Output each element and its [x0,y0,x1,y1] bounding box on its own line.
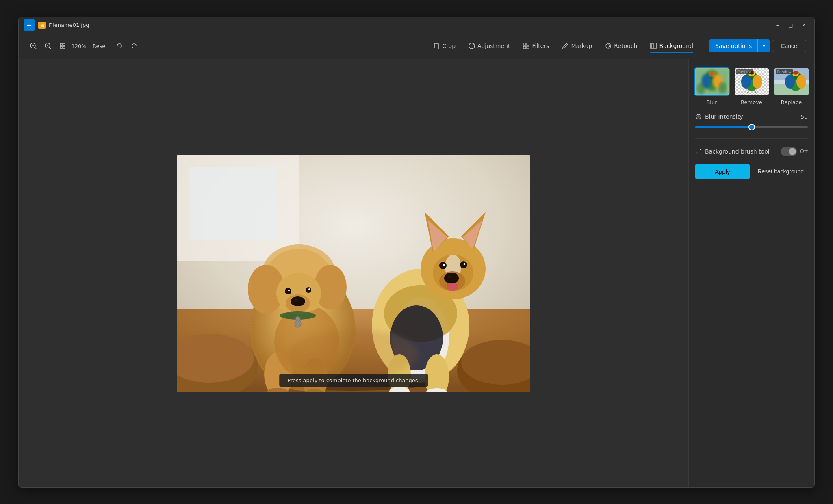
blur-intensity-section: Blur Intensity 50 [695,113,808,130]
reset-zoom-button[interactable]: Reset [89,41,111,51]
brush-tool-section: Background brush tool Off [695,147,808,156]
undo-button[interactable] [113,39,126,52]
filters-icon [523,43,529,49]
brush-label-row: Background brush tool [695,148,770,155]
fit-button[interactable] [56,39,69,52]
zoom-controls: 120% Reset [27,39,141,52]
right-panel: Blur Preview [688,59,814,487]
svg-line-3 [35,48,36,49]
retouch-icon [605,43,612,49]
remove-mode-card[interactable]: Preview [734,67,770,105]
svg-rect-20 [651,44,654,48]
tab-filters[interactable]: Filters [516,39,555,52]
image-container: Press apply to complete the background c… [177,155,530,392]
svg-point-105 [793,71,798,75]
dogs-image [177,155,530,392]
blur-title-row: Blur Intensity [695,113,743,120]
svg-rect-13 [527,43,529,45]
svg-point-81 [709,72,714,76]
blur-intensity-icon [695,113,702,120]
svg-rect-10 [63,46,65,48]
cancel-button[interactable]: Cancel [773,40,806,52]
app-window: ← 🖼 Filename01.jpg − □ × [18,17,815,488]
main-area: Press apply to complete the background c… [19,59,814,487]
svg-rect-14 [523,46,526,49]
tab-crop[interactable]: Crop [427,39,462,52]
svg-point-107 [796,75,806,89]
background-mode-cards: Blur Preview [695,67,808,105]
svg-point-17 [606,43,611,48]
svg-point-74 [464,263,466,265]
tab-markup[interactable]: Markup [555,39,599,52]
blur-thumbnail [694,67,730,96]
markup-icon [562,43,568,49]
svg-point-96 [753,75,762,89]
tool-group: Crop Adjustment Filters [427,39,700,52]
remove-label: Remove [741,99,762,105]
svg-point-72 [460,261,467,268]
toggle-switch[interactable] [781,147,797,156]
tab-adjustment[interactable]: Adjustment [462,39,516,52]
toolbar-right: Save options ▾ Cancel [709,39,806,52]
zoom-level-label: 120% [71,43,87,49]
tab-background[interactable]: Background [644,39,700,52]
remove-thumbnail: Preview [734,67,770,96]
replace-thumbnail: Preview [774,67,809,96]
svg-point-46 [306,287,311,293]
apply-button[interactable]: Apply [695,164,750,179]
action-buttons: Apply Reset background [695,164,808,179]
svg-point-85 [718,82,727,93]
zoom-out-button[interactable] [41,39,54,52]
svg-point-71 [439,262,447,269]
svg-line-16 [562,48,563,49]
svg-rect-12 [523,43,526,45]
tab-retouch[interactable]: Retouch [599,39,644,52]
back-button[interactable]: ← [24,19,35,31]
panel-divider [695,138,808,139]
blur-value: 50 [800,113,808,120]
blur-label: Blur [706,99,717,105]
canvas-area[interactable]: Press apply to complete the background c… [19,59,688,487]
replace-label: Replace [781,99,802,105]
hint-bar: Press apply to complete the background c… [279,374,428,387]
svg-point-45 [285,288,291,294]
svg-point-44 [294,299,298,301]
svg-point-106 [785,75,795,89]
svg-rect-7 [60,43,62,45]
brush-toggle[interactable]: Off [781,147,808,156]
svg-point-69 [447,276,451,278]
svg-point-109 [697,115,700,118]
app-icon: 🖼 [38,22,46,29]
svg-point-18 [607,45,610,47]
svg-line-110 [700,149,701,150]
minimize-button[interactable]: − [772,21,783,30]
save-options-label[interactable]: Save options [709,40,757,52]
svg-point-43 [291,296,305,306]
maximize-button[interactable]: □ [785,21,796,30]
toggle-knob [789,148,796,155]
svg-point-70 [447,283,458,291]
svg-point-75 [289,330,419,379]
close-button[interactable]: × [798,21,809,30]
svg-point-48 [308,288,310,290]
blur-intensity-slider[interactable] [695,124,808,130]
svg-point-95 [741,75,751,89]
reset-background-button[interactable]: Reset background [754,164,808,179]
brush-icon [695,148,702,155]
redo-button[interactable] [128,39,141,52]
replace-mode-card[interactable]: Preview [774,67,809,105]
save-options-button[interactable]: Save options ▾ [709,39,770,52]
crop-icon [433,43,440,49]
svg-point-84 [697,83,705,94]
blur-mode-card[interactable]: Blur [694,67,730,105]
toggle-state-label: Off [800,148,808,154]
brush-tool-label: Background brush tool [705,148,770,155]
zoom-in-button[interactable] [27,39,40,52]
svg-rect-23 [189,167,278,240]
svg-line-6 [50,48,51,49]
window-title: Filename01.jpg [49,22,769,28]
blur-intensity-header: Blur Intensity 50 [695,113,808,120]
blur-intensity-label: Blur Intensity [705,113,743,120]
toolbar: 120% Reset [19,33,814,59]
save-options-arrow[interactable]: ▾ [757,39,770,52]
